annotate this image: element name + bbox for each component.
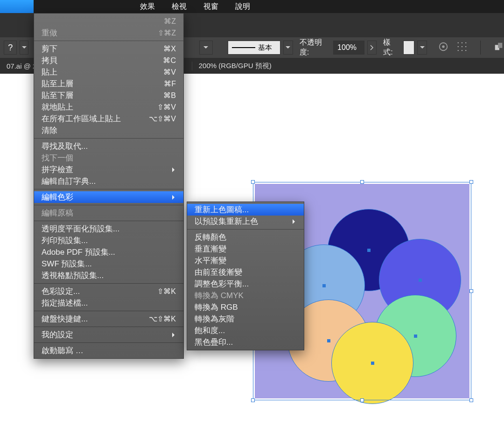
smi-invert[interactable]: 反轉顏色: [187, 231, 304, 243]
menu-effect[interactable]: 效果: [132, 2, 163, 12]
mi-spell[interactable]: 拼字檢查: [34, 164, 183, 175]
mi-pdf-presets[interactable]: Adobe PDF 預設集...: [34, 246, 183, 258]
style-swatch[interactable]: [403, 41, 415, 55]
smi-blend-h[interactable]: 水平漸變: [187, 255, 304, 266]
selection-handle-tm[interactable]: [360, 180, 364, 184]
doc-tab-b[interactable]: 200% (RGB/GPU 預視): [192, 62, 278, 70]
mi-keyboard-shortcuts[interactable]: 鍵盤快捷鍵...⌥⇧⌘K: [34, 313, 183, 325]
mi-dictation[interactable]: 啟動聽寫 …: [34, 345, 183, 356]
style-dropdown[interactable]: [417, 41, 427, 55]
smi-color-balance[interactable]: 調整色彩平衡...: [187, 278, 304, 290]
stroke-style[interactable]: 基本: [228, 41, 280, 55]
opacity-field[interactable]: 100%: [333, 41, 364, 55]
mi-find-next[interactable]: 找下一個: [34, 152, 183, 164]
help-dropdown[interactable]: [20, 41, 28, 55]
style-label: 樣式:: [383, 38, 399, 57]
smi-to-rgb[interactable]: 轉換為 RGB: [187, 301, 304, 313]
selection-handle-bm[interactable]: [360, 398, 364, 402]
svg-point-5: [458, 46, 459, 47]
mi-swf-presets[interactable]: SWF 預設集...: [34, 258, 183, 270]
selection-handle-br[interactable]: [469, 398, 473, 402]
selection-handle-tr[interactable]: [469, 180, 473, 184]
svg-point-8: [458, 50, 459, 51]
recolor-icon[interactable]: [438, 42, 448, 54]
selection-handle-bl[interactable]: [251, 398, 255, 402]
smi-recolor-preset[interactable]: 以預設集重新上色: [187, 216, 304, 227]
smi-blend-v[interactable]: 垂直漸變: [187, 243, 304, 255]
mi-my-settings[interactable]: 我的設定: [34, 329, 183, 341]
edit-menu-trigger[interactable]: [0, 0, 34, 13]
svg-point-1: [442, 45, 445, 48]
mi-find[interactable]: 尋找及取代...: [34, 140, 183, 152]
smi-blend-fb[interactable]: 由前至後漸變: [187, 266, 304, 278]
stroke-style-dropdown[interactable]: [283, 41, 293, 55]
smi-to-gray[interactable]: 轉換為灰階: [187, 313, 304, 325]
svg-point-2: [458, 42, 459, 43]
mi-paste[interactable]: 貼上⌘V: [34, 66, 183, 78]
mi-redo[interactable]: 重做⇧⌘Z: [34, 27, 183, 39]
mi-paste-all[interactable]: 在所有工作區域上貼上⌥⇧⌘V: [34, 113, 183, 125]
fill-dropdown[interactable]: [199, 41, 212, 55]
align-icon[interactable]: [457, 42, 467, 54]
opacity-label: 不透明度:: [300, 38, 329, 57]
smi-saturate[interactable]: 飽和度...: [187, 325, 304, 336]
arrange-icon[interactable]: [494, 42, 504, 54]
opacity-more[interactable]: [367, 41, 377, 55]
mi-assign-profile[interactable]: 指定描述檔...: [34, 297, 183, 309]
smi-overprint[interactable]: 黑色疊印...: [187, 336, 304, 348]
mi-edit-colors[interactable]: 編輯色彩: [34, 191, 183, 203]
selection-handle-mr[interactable]: [469, 289, 473, 293]
mi-dict[interactable]: 編輯自訂字典...: [34, 175, 183, 187]
mi-undo[interactable]: ⌘Z: [34, 15, 183, 27]
mi-print-presets[interactable]: 列印預設集...: [34, 235, 183, 246]
menu-window[interactable]: 視窗: [195, 2, 227, 12]
smi-recolor[interactable]: 重新上色圖稿...: [187, 204, 304, 216]
svg-rect-12: [498, 43, 502, 48]
mi-paste-back[interactable]: 貼至下層⌘B: [34, 90, 183, 101]
mi-perspective-presets[interactable]: 透視格點預設集...: [34, 270, 183, 281]
edit-colors-submenu: 重新上色圖稿... 以預設集重新上色 反轉顏色 垂直漸變 水平漸變 由前至後漸變…: [187, 202, 304, 350]
help-button[interactable]: ?: [4, 41, 17, 55]
mi-edit-original[interactable]: 編輯原稿: [34, 207, 183, 219]
mi-paste-front[interactable]: 貼至上層⌘F: [34, 78, 183, 90]
svg-point-6: [462, 46, 462, 47]
menu-view[interactable]: 檢視: [163, 2, 195, 12]
mi-paste-in-place[interactable]: 就地貼上⇧⌘V: [34, 101, 183, 113]
svg-point-9: [462, 50, 462, 51]
mi-copy[interactable]: 拷貝⌘C: [34, 55, 183, 66]
top-menubar: 效果 檢視 視窗 說明: [0, 0, 504, 13]
mi-clear[interactable]: 清除: [34, 125, 183, 136]
mi-flatten[interactable]: 透明度平面化預設集...: [34, 223, 183, 235]
svg-point-10: [465, 50, 466, 51]
svg-point-7: [465, 46, 466, 47]
edit-menu-dropdown: ⌘Z 重做⇧⌘Z 剪下⌘X 拷貝⌘C 貼上⌘V 貼至上層⌘F 貼至下層⌘B 就地…: [34, 13, 184, 359]
smi-to-cmyk[interactable]: 轉換為 CMYK: [187, 290, 304, 301]
svg-point-3: [462, 42, 462, 43]
selection-handle-tl[interactable]: [251, 180, 255, 184]
menu-help[interactable]: 說明: [227, 2, 259, 12]
svg-point-4: [465, 42, 466, 43]
mi-color-settings[interactable]: 色彩設定...⇧⌘K: [34, 286, 183, 297]
mi-cut[interactable]: 剪下⌘X: [34, 43, 183, 55]
